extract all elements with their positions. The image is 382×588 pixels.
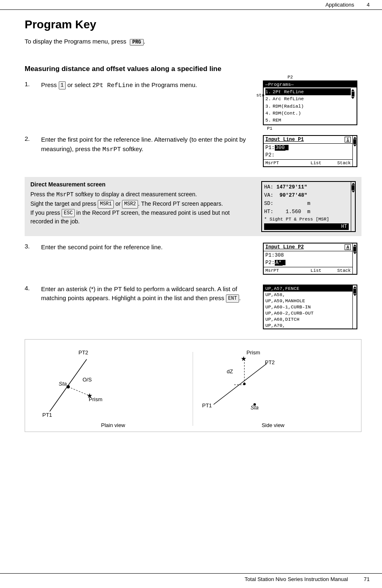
step-2-screen: Input Line P1 i P1:300█ P2: MsrPT List S… — [263, 135, 361, 167]
msr-va-line: VA: 90°27'48" — [264, 191, 349, 200]
softkey-msrpt[interactable]: MsrPT — [265, 161, 279, 165]
svg-text:Prism: Prism — [246, 349, 260, 356]
scroll-down-icon — [353, 252, 357, 254]
msr-sd-line: SD: m — [264, 200, 349, 208]
p2-p2-field: P2:A*█ — [265, 260, 351, 266]
svg-text:PT2: PT2 — [78, 349, 88, 356]
programs-screen: —Programs— 1.2Pt RefLine 2.Arc RefLine — [263, 80, 357, 125]
input-p1-screen: Input Line P1 i P1:300█ P2: MsrPT List S… — [263, 135, 357, 167]
msr-ha-line: HA: 147°29'11" — [264, 183, 349, 191]
softkey-list-2[interactable]: List — [311, 268, 321, 273]
scroll-up-icon — [353, 244, 357, 246]
input-p1-softkeys: MsrPT List Stack — [264, 159, 352, 166]
step-2-number: 2. — [25, 135, 41, 142]
programs-body: 1.2Pt RefLine 2.Arc RefLine 3.RDM(Radial… — [264, 87, 357, 124]
svg-text:dZ: dZ — [227, 368, 233, 374]
prog-os-label: o/s — [279, 92, 287, 96]
scroll-down-icon — [353, 294, 357, 296]
svg-point-19 — [253, 403, 256, 406]
step-3-text: Enter the second point for the reference… — [41, 243, 255, 252]
step-2: 2. Enter the first point for the referen… — [25, 135, 361, 167]
side-view-svg: Prism PT2 dZ PT1 Sta ★ — [201, 348, 283, 418]
wc-item-4: UP,A60-1,CURB-IN — [264, 304, 352, 310]
step-3-screen: Input Line P2 A P1:308 P2:A*█ MsrPT List… — [263, 243, 361, 275]
softkey-list[interactable]: List — [311, 161, 321, 165]
prog-p1-label: P1 — [267, 126, 272, 131]
svg-text:★: ★ — [241, 355, 246, 362]
wc-item-7: UP,A70, — [264, 322, 352, 328]
header-section: Applications — [325, 2, 354, 8]
input-p1-fields: P1:300█ P2: — [264, 144, 352, 159]
section-heading: Measuring distance and offset values alo… — [25, 65, 361, 73]
prog-item-2: 2.Arc RefLine — [265, 95, 351, 102]
p1-value: 300 — [275, 145, 286, 151]
direct-msr-screen: HA: 147°29'11" VA: 90°27'48" SD: m HT: 1… — [261, 181, 356, 232]
step-3-number: 3. — [25, 243, 41, 250]
msr-ht-bar: HT — [264, 223, 349, 230]
svg-text:PT1: PT1 — [202, 402, 212, 409]
input-p2-title: Input Line P2 — [265, 244, 304, 250]
scroll-up-icon — [352, 183, 355, 185]
wc-item-5: UP,A60-2,CURB-OUT — [264, 310, 352, 316]
wc-item-3: UP,A59,MANHOLE — [264, 298, 352, 304]
prog-item-4: 4.RDM(Cont.) — [265, 110, 351, 117]
step-4-screen: UP,A57,FENCE UP,A58, UP,A59,MANHOLE UP,A… — [263, 285, 361, 329]
prog-item-1: 1.2Pt RefLine — [265, 88, 351, 95]
diagram-container: PT2 PT1 Sta O/S Prism ★ Plain view — [25, 339, 361, 432]
wc-item-2: UP,A58, — [264, 292, 352, 298]
softkey-msrpt-2[interactable]: MsrPT — [265, 268, 279, 273]
input-p2-title-bar: Input Line P2 A — [264, 243, 352, 251]
scroll-down-icon — [351, 97, 354, 99]
ent-key: ENT — [226, 294, 239, 303]
step-4-number: 4. — [25, 285, 41, 292]
msr-star-line: * Sight PT & Press [MSR] — [264, 216, 349, 223]
prog-sto-label: sto — [256, 93, 265, 98]
wildcard-list: UP,A57,FENCE UP,A58, UP,A59,MANHOLE UP,A… — [264, 285, 352, 328]
intro-paragraph: To display the Programs menu, press PRG. — [25, 38, 361, 46]
svg-point-18 — [243, 383, 246, 385]
programs-header: —Programs— — [264, 81, 357, 87]
softkey-stack-2[interactable]: Stack — [337, 268, 351, 273]
input-p1-title-bar: Input Line P1 i — [264, 136, 352, 144]
prog-item-5: 5.REM — [265, 117, 351, 124]
input-p2-softkeys: MsrPT List Stack — [264, 267, 352, 274]
step-4-text: Enter an asterisk (*) in the PT field to… — [41, 285, 255, 303]
side-view-label: Side view — [201, 422, 345, 428]
page-title: Program Key — [25, 18, 361, 31]
input-p1-icon: i — [345, 137, 351, 142]
direct-measurement-section: Direct Measurement screen Press the MsrP… — [25, 177, 361, 236]
footer-page-number: 71 — [364, 576, 370, 582]
footer-text: Total Station Nivo Series Instruction Ma… — [245, 576, 348, 582]
prog-item-3: 3.RDM(Radial) — [265, 103, 351, 110]
wildcard-scrollbar — [352, 285, 357, 328]
scroll-up-icon — [351, 89, 354, 91]
p2-p1-field: P1:308 — [265, 253, 351, 258]
wc-item-6: UP,A68,DITCH — [264, 316, 352, 322]
diagram-divider — [193, 352, 193, 426]
page-header: Applications 4 — [0, 0, 382, 10]
svg-line-14 — [214, 363, 267, 404]
scroll-down-icon — [352, 191, 355, 193]
scroll-block — [352, 92, 354, 96]
p1-field: P1:300█ — [265, 145, 351, 151]
softkey-stack[interactable]: Stack — [337, 161, 351, 165]
step-1: 1. Press 1 or select 2Pt RefLine in the … — [25, 80, 361, 125]
programs-scrollbar — [351, 88, 355, 124]
scroll-block — [353, 289, 356, 294]
step-2-text: Enter the first point for the reference … — [41, 135, 255, 154]
side-view: Prism PT2 dZ PT1 Sta ★ — [201, 348, 345, 426]
scroll-up-icon — [353, 286, 357, 288]
scroll-block — [353, 139, 356, 144]
scroll-block — [352, 185, 354, 190]
scroll-up-icon — [353, 137, 357, 139]
main-content: Program Key To display the Programs menu… — [0, 10, 382, 448]
step-1-screen: —Programs— 1.2Pt RefLine 2.Arc RefLine — [263, 80, 361, 125]
step-4: 4. Enter an asterisk (*) in the PT field… — [25, 285, 361, 329]
wc-item-1: UP,A57,FENCE — [264, 285, 352, 292]
input-p1-title: Input Line P1 — [265, 137, 304, 142]
input-p2-scrollbar — [352, 243, 357, 274]
msr-scrollbar — [351, 182, 355, 231]
plain-view-label: Plain view — [41, 422, 185, 428]
direct-msr-screen-col: HA: 147°29'11" VA: 90°27'48" SD: m HT: 1… — [261, 181, 356, 232]
input-p1-scrollbar — [352, 136, 357, 166]
